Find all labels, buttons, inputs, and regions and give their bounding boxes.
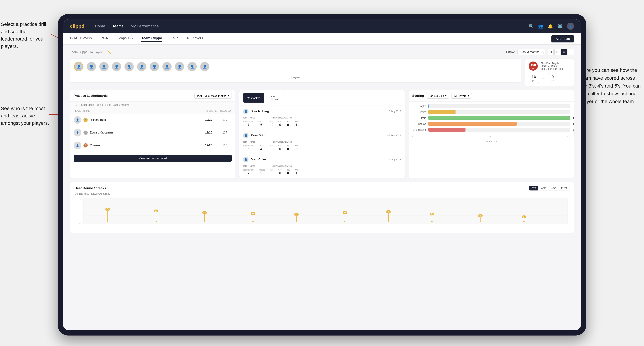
show-controls: Show: Last 3 months Last 6 months Last y… [506,49,574,55]
drill-dropdown[interactable]: PUTT Must Make Putting ▾ [194,93,232,99]
streak-pin-4x-2: 4x [386,210,390,222]
nav-teams[interactable]: Teams [112,24,124,28]
nav-my-performance[interactable]: My Performance [130,24,159,28]
tournament-stat-3: Tournament 7 [243,169,254,175]
avatar[interactable]: 👤 [567,23,574,30]
streak-pin-5x-1: 5x [250,212,255,222]
putt-stat-3: PUTT 1 [294,169,299,175]
nav-logo: clippd [70,23,84,29]
player-avatar-6[interactable]: 👤 [137,62,146,71]
player-avatar-9[interactable]: 👤 [175,62,184,71]
nav-items: Home Teams My Performance [95,24,528,28]
lb-col-score: PB SCORE [204,110,218,112]
bar-track-pars: 499 [428,116,570,120]
view-table-icon[interactable]: ▤ [561,49,567,55]
subnav-items: PGAT Players PGA Hcaps 1-5 Team Clippd T… [70,36,552,42]
annotation-right: Here you can see how the team have score… [580,66,642,106]
navbar: clippd Home Teams My Performance 🔍 👥 🔔 ⚙… [63,19,581,33]
lb-name-2: Edward Crossman [90,131,200,134]
lb-avatar-2: 👤 [74,129,82,137]
player-avatar-11[interactable]: 👤 [200,62,210,71]
lb-subtitle: PUTT Must Make Putting (3-6 ft), Last 3 … [70,102,235,108]
top-section: 👤 👤 👤 👤 👤 👤 👤 👤 👤 👤 👤 Players [70,58,574,86]
arg-stat-1: ARG 0 [286,120,290,127]
bell-icon[interactable]: 🔔 [548,24,553,29]
subnav-pga[interactable]: PGA [100,36,108,42]
view-list-icon[interactable]: ⊟ [554,49,560,55]
ott-filter-btn[interactable]: OTT [529,186,538,190]
activity-avatar-1: 👤 [243,109,248,114]
streak-pin-3x-2: 3x [522,215,526,222]
subnav-all-players[interactable]: All Players [186,36,203,42]
main-content[interactable]: Team Clippd 14 Players ✏️ Show: Last 3 m… [63,44,581,330]
lb-rank-1: 🥇 [84,118,88,122]
player-avatar-1[interactable]: 👤 [74,62,84,71]
arg-filter-btn[interactable]: ARG [549,186,558,190]
app-filter-btn[interactable]: APP [539,186,548,190]
players-panel: 👤 👤 👤 👤 👤 👤 👤 👤 👤 👤 👤 Players [70,58,521,82]
view-icons: ⊞ ⊟ ▤ ↕ [548,49,574,55]
streak-pin-5x-2: 5x [294,213,299,222]
add-team-button[interactable]: Add Team [552,35,574,42]
edit-icon[interactable]: ✏️ [107,50,111,54]
nav-home[interactable]: Home [95,24,105,28]
show-select[interactable]: Last 3 months Last 6 months Last year [518,49,545,55]
ott-stat-2: OTT 0 [270,145,274,151]
player-avatar-5[interactable]: 👤 [124,62,134,71]
activity-tabs: Most Active Least Active [243,93,285,103]
subnav-team-clippd[interactable]: Team Clippd [142,36,162,42]
player-avatar-10[interactable]: 👤 [188,62,197,71]
total-rounds-group-2: Total Rounds Tournament 8 Practice 4 [243,141,265,151]
yard-box-1: 16 yds [529,73,539,83]
subnav-tour[interactable]: Tour [171,36,178,42]
lb-rank-3: 3 [84,143,88,148]
lb-row-3: 👤 3 Cameron... 17/20 103 [70,139,235,152]
show-label: Show: [506,50,515,54]
lb-col-player: PLAYER NAME [74,110,204,112]
activity-player-3-header: 👤 Josh Coles 26 Aug 2023 [243,157,401,162]
bar-row-bogeys: Bogeys 311 [412,122,570,126]
streak-pin-4x-3: 4x [430,213,434,222]
settings-icon[interactable]: ⚙️ [558,24,562,29]
bar-label-dbogeys: D. Bogeys + [412,128,426,131]
view-chart-icon[interactable]: ↕ [568,49,574,55]
bar-val-bogeys: 311 [572,123,574,125]
ott-stat-1: OTT 0 [270,120,274,127]
shot-panel: 198 sc Shot Dist: 16 yds Start Lie: Roug… [525,58,574,86]
search-icon[interactable]: 🔍 [528,24,534,29]
bar-label-bogeys: Bogeys [412,123,426,125]
practice-stat-3: Practice 2 [258,169,265,175]
lb-avatar-3: 👤 [74,142,82,149]
player-avatar-3[interactable]: 👤 [99,62,109,71]
streak-pin-3x-1: 3x [478,214,483,222]
player-avatar-7[interactable]: 👤 [150,62,159,71]
lb-score-3: 17/20 [202,144,216,147]
subnav-pgat[interactable]: PGAT Players [70,36,92,42]
view-full-leaderboard-button[interactable]: View Full Leaderboard [74,155,232,162]
most-active-tab[interactable]: Most Active [243,93,264,103]
player-avatar-4[interactable]: 👤 [112,62,121,71]
scoring-title: Scoring [412,94,424,98]
players-filter-dropdown[interactable]: All Players ▾ [451,93,472,99]
player-avatar-8[interactable]: 👤 [162,62,172,71]
annotation-bottom-left: See who is the most and least active amo… [1,105,54,127]
activity-player-1-header: 👤 Blair McHarg 26 Aug 2023 [243,109,401,114]
subnav-hcaps[interactable]: Hcaps 1-5 [117,36,133,42]
putt-filter-btn[interactable]: PUTT [559,186,570,190]
streak-pin-6x-1: 6x [154,209,158,222]
streak-pin-4x-1: 4x [343,211,347,222]
putt-stat-2: PUTT 0 [294,145,299,151]
streaks-card: Best Round Streaks OTT APP ARG PUTT Off … [70,182,574,233]
least-active-tab[interactable]: Least Active [264,93,285,103]
par-filter-dropdown[interactable]: Par 3, 4 & 5s ▾ [426,93,450,99]
streaks-y-axis: 6 4 [74,198,82,224]
streaks-title: Best Round Streaks [74,186,106,190]
activity-player-2: 👤 Rees Britt 02 Sep 2023 Total Rounds To… [240,130,404,154]
player-avatar-2[interactable]: 👤 [86,62,96,71]
view-grid-icon[interactable]: ⊞ [548,49,554,55]
tournament-stat-1: Tournament 7 [243,120,254,127]
people-icon[interactable]: 👥 [538,24,544,29]
bar-fill-dbogeys [428,128,466,132]
tablet-screen: clippd Home Teams My Performance 🔍 👥 🔔 ⚙… [63,19,581,330]
players-label: Players [74,76,517,79]
